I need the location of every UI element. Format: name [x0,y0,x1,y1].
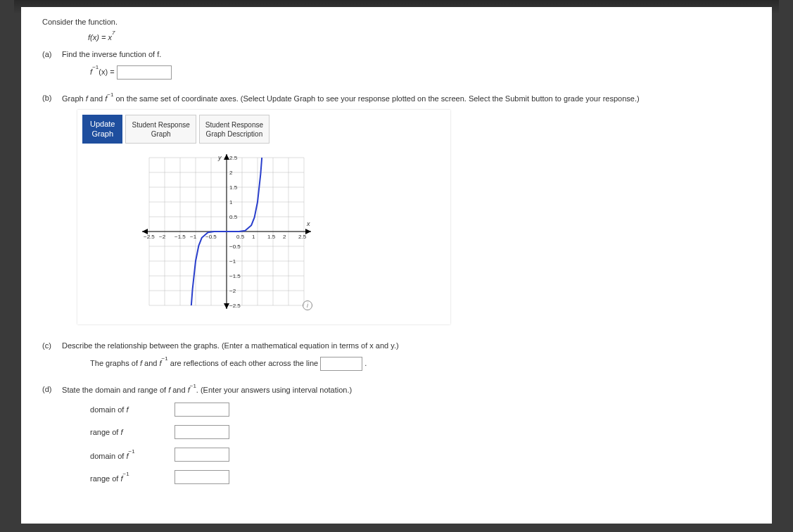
domain-finv-row: domain of f−1 [90,448,749,462]
info-icon[interactable]: i [303,300,312,310]
range-finv-row: range of f−1 [90,470,749,484]
svg-marker-27 [224,303,229,309]
svg-marker-24 [305,229,311,234]
range-finv-label: range of f−1 [90,473,160,483]
part-a-content: Find the inverse function of f. f−1(x) = [62,50,749,80]
range-f-label: range of f [90,428,160,436]
graph-panel: Update Graph Student Response Graph Stud… [77,110,450,324]
range-f-input[interactable] [175,425,229,439]
part-d-prompt: State the domain and range of f and f−1.… [62,386,352,394]
svg-text:2.5: 2.5 [229,155,238,161]
reflection-line-input[interactable] [320,357,362,371]
part-d: (d) State the domain and range of f and … [42,385,751,485]
part-d-content: State the domain and range of f and f−1.… [62,385,749,485]
svg-text:−0.5: −0.5 [205,234,217,240]
svg-text:−2: −2 [229,288,236,294]
part-a-answer-row: f−1(x) = [90,65,749,80]
part-c-prompt: Describe the relationship between the gr… [62,341,399,350]
svg-text:2.5: 2.5 [298,234,307,240]
domain-f-label: domain of f [90,405,160,414]
svg-text:−1: −1 [190,234,197,240]
part-c-label: (c) [42,341,60,350]
svg-text:−2.5: −2.5 [229,303,241,309]
svg-text:2: 2 [283,234,286,240]
svg-text:−1: −1 [229,258,236,265]
part-b: (b) Graph f and f−1 on the same set of c… [42,94,751,324]
tab-row: Update Graph Student Response Graph Stud… [82,115,445,143]
domain-f-row: domain of f [90,403,749,417]
page-container: Consider the function. f(x) = x7 (a) Fin… [21,7,772,524]
svg-marker-26 [224,154,229,160]
svg-text:1.5: 1.5 [267,234,276,240]
part-a: (a) Find the inverse function of f. f−1(… [42,50,751,80]
prompt-intro: Consider the function. [42,18,751,26]
svg-text:1.5: 1.5 [229,184,238,191]
y-axis-label: y [217,154,222,161]
svg-text:2: 2 [229,170,233,176]
part-c: (c) Describe the relationship between th… [42,341,751,371]
function-formula: f(x) = x7 [88,32,751,42]
part-b-prompt: Graph f and f−1 on the same set of coord… [62,94,640,103]
part-b-content: Graph f and f−1 on the same set of coord… [62,94,749,103]
svg-text:−1.5: −1.5 [175,234,186,240]
graph-area: y x −2.5−2−1.5−1−0.50.511.522.5−2.5−2−1.… [135,147,318,316]
update-graph-button[interactable]: Update Graph [82,115,122,143]
svg-text:−1.5: −1.5 [229,273,241,279]
part-a-prompt: Find the inverse function of f. [62,50,161,58]
x-axis-label: x [306,220,310,227]
part-c-answer-row: The graphs of f and f−1 are reflections … [90,357,749,371]
part-c-content: Describe the relationship between the gr… [62,341,749,371]
chart-svg: y x −2.5−2−1.5−1−0.50.511.522.5−2.5−2−1.… [135,147,318,316]
svg-text:−0.5: −0.5 [229,243,241,250]
svg-text:1: 1 [229,199,233,205]
range-f-row: range of f [90,425,749,439]
domain-f-input[interactable] [175,403,229,417]
svg-text:0.5: 0.5 [229,214,238,220]
part-d-label: (d) [42,385,60,393]
inverse-function-input[interactable] [117,65,172,80]
svg-text:−2.5: −2.5 [144,234,155,240]
domain-finv-label: domain of f−1 [90,450,160,460]
range-finv-input[interactable] [175,470,229,484]
part-a-label: (a) [42,50,60,58]
svg-text:1: 1 [252,234,255,240]
part-b-label: (b) [42,94,60,102]
svg-text:−2: −2 [159,234,166,240]
svg-text:0.5: 0.5 [236,234,245,240]
tab-student-response-description[interactable]: Student Response Graph Description [199,115,269,143]
domain-finv-input[interactable] [175,448,229,462]
tab-student-response-graph[interactable]: Student Response Graph [125,115,196,143]
